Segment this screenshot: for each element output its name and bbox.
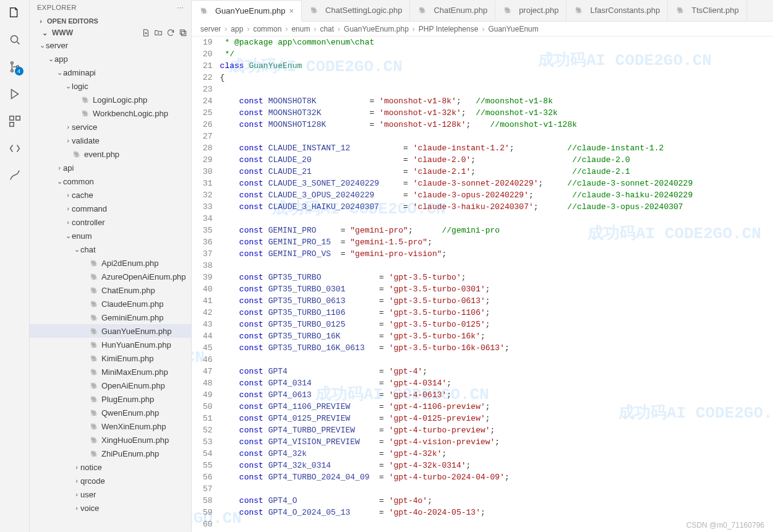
folder-command[interactable]: ›command xyxy=(30,202,191,215)
chevron-right-icon: › xyxy=(314,25,316,33)
tab-project-php[interactable]: 🐘project.php xyxy=(495,0,566,21)
files-icon[interactable] xyxy=(7,5,22,20)
svg-rect-8 xyxy=(182,32,186,36)
svg-point-1 xyxy=(11,62,13,64)
new-file-icon[interactable] xyxy=(142,28,150,37)
php-file-icon: 🐘 xyxy=(89,326,99,336)
breadcrumb-item[interactable]: GuanYueEnum.php xyxy=(344,25,409,33)
tab-guanyueenum-php[interactable]: 🐘GuanYueEnum.php× xyxy=(192,0,302,22)
php-file-icon: 🐘 xyxy=(89,299,99,309)
file-login_logic[interactable]: 🐘LoginLogic.php xyxy=(30,93,191,106)
folder-api[interactable]: ›api xyxy=(30,161,191,174)
tab-lfasrconstants-php[interactable]: 🐘LfasrConstants.php xyxy=(566,0,668,21)
activity-extra-icon-2[interactable] xyxy=(7,168,22,183)
php-file-icon: 🐘 xyxy=(89,353,99,363)
chevron-right-icon: › xyxy=(412,25,415,33)
breadcrumb-item[interactable]: GuanYueEnum xyxy=(488,25,538,33)
tab-chatsettinglogic-php[interactable]: 🐘ChatSettingLogic.php xyxy=(302,0,410,21)
file-claude[interactable]: 🐘ClaudeEnum.php xyxy=(30,297,191,311)
file-qwen[interactable]: 🐘QwenEnum.php xyxy=(30,406,191,419)
folder-common[interactable]: ⌄common xyxy=(30,174,191,188)
php-file-icon: 🐘 xyxy=(89,258,99,268)
breadcrumbs[interactable]: server›app›common›enum›chat›GuanYueEnum.… xyxy=(192,22,773,36)
breadcrumb-item[interactable]: common xyxy=(253,25,281,33)
line-gutter: 1920212223242526272829303132333435363738… xyxy=(192,36,220,532)
chevron-right-icon: › xyxy=(285,25,288,33)
php-file-icon: 🐘 xyxy=(89,380,99,390)
breadcrumb-item[interactable]: server xyxy=(200,25,221,33)
file-minimax[interactable]: 🐘MiniMaxEnum.php xyxy=(30,365,191,379)
php-file-icon: 🐘 xyxy=(417,6,427,15)
folder-voice[interactable]: ›voice xyxy=(30,501,191,515)
breadcrumb-item[interactable]: app xyxy=(231,25,243,33)
svg-rect-6 xyxy=(9,122,13,126)
php-file-icon: 🐘 xyxy=(72,149,82,159)
file-azure[interactable]: 🐘AzureOpenAiEnum.php xyxy=(30,270,191,283)
folder-chat[interactable]: ⌄chat xyxy=(30,242,191,256)
file-hunyuan[interactable]: 🐘HunYuanEnum.php xyxy=(30,338,191,351)
folder-logic[interactable]: ⌄logic xyxy=(30,79,191,93)
extensions-icon[interactable] xyxy=(7,114,22,129)
file-gemini[interactable]: 🐘GeminiEnum.php xyxy=(30,311,191,324)
code-content[interactable]: * @package app\common\enum\chat */class … xyxy=(220,36,773,532)
explorer-sidebar: EXPLORER ··· ›OPEN EDITORS ⌄WWW xyxy=(30,0,192,532)
folder-cache[interactable]: ›cache xyxy=(30,188,191,202)
folder-enum[interactable]: ⌄enum xyxy=(30,229,191,242)
php-file-icon: 🐘 xyxy=(89,272,99,281)
folder-adminapi[interactable]: ⌄adminapi xyxy=(30,66,191,79)
more-icon[interactable]: ··· xyxy=(177,4,184,11)
source-control-icon[interactable]: 4 xyxy=(7,59,22,74)
file-xinghuo[interactable]: 🐘XingHuoEnum.php xyxy=(30,433,191,447)
new-folder-icon[interactable] xyxy=(154,28,163,37)
refresh-icon[interactable] xyxy=(166,28,175,37)
file-chatenum[interactable]: 🐘ChatEnum.php xyxy=(30,283,191,297)
search-icon[interactable] xyxy=(7,32,22,47)
php-file-icon: 🐘 xyxy=(503,6,513,15)
folder-service[interactable]: ›service xyxy=(30,120,191,134)
tab-chatenum-php[interactable]: 🐘ChatEnum.php xyxy=(410,0,495,21)
php-file-icon: 🐘 xyxy=(574,6,584,15)
file-workbench_logic[interactable]: 🐘WorkbenchLogic.php xyxy=(30,106,191,120)
folder-qrcode[interactable]: ›qrcode xyxy=(30,474,191,487)
file-api2d[interactable]: 🐘Api2dEnum.php xyxy=(30,256,191,270)
breadcrumb-item[interactable]: PHP Intelephense xyxy=(419,25,479,33)
breadcrumb-item[interactable]: chat xyxy=(320,25,334,33)
folder-controller[interactable]: ›controller xyxy=(30,215,191,229)
activity-extra-icon-1[interactable] xyxy=(7,141,22,156)
php-file-icon: 🐘 xyxy=(199,6,209,16)
file-wenxin[interactable]: 🐘WenXinEnum.php xyxy=(30,419,191,433)
php-file-icon: 🐘 xyxy=(80,95,90,105)
file-openai[interactable]: 🐘OpenAiEnum.php xyxy=(30,379,191,392)
php-file-icon: 🐘 xyxy=(89,408,99,418)
run-icon[interactable] xyxy=(7,87,22,101)
file-kimi[interactable]: 🐘KimiEnum.php xyxy=(30,351,191,365)
breadcrumb-item[interactable]: enum xyxy=(291,25,310,33)
code-editor[interactable]: 1920212223242526272829303132333435363738… xyxy=(192,36,773,532)
php-file-icon: 🐘 xyxy=(675,6,685,15)
svg-point-0 xyxy=(11,36,17,43)
folder-app[interactable]: ⌄app xyxy=(30,52,191,66)
php-file-icon: 🐘 xyxy=(89,435,99,445)
svg-rect-7 xyxy=(180,30,184,34)
chevron-right-icon: › xyxy=(482,25,484,33)
open-editors-section[interactable]: ›OPEN EDITORS xyxy=(30,15,191,27)
folder-notice[interactable]: ›notice xyxy=(30,460,191,474)
chevron-right-icon: › xyxy=(247,25,249,33)
folder-validate[interactable]: ›validate xyxy=(30,134,191,147)
workspace-root[interactable]: ⌄WWW xyxy=(30,27,191,38)
svg-point-2 xyxy=(11,70,13,72)
tab-ttsclient-php[interactable]: 🐘TtsClient.php xyxy=(668,0,747,21)
folder-server[interactable]: ⌄server xyxy=(30,38,191,52)
chevron-right-icon: › xyxy=(338,25,340,33)
file-zhipu[interactable]: 🐘ZhiPuEnum.php xyxy=(30,447,191,460)
file-event_php[interactable]: 🐘event.php xyxy=(30,147,191,161)
file-guanyue[interactable]: 🐘GuanYueEnum.php xyxy=(30,324,191,338)
app-root: 4 EXPLORER ··· ›OPEN EDITORS ⌄WWW xyxy=(0,0,773,532)
php-file-icon: 🐘 xyxy=(309,6,319,15)
scm-badge: 4 xyxy=(15,67,23,75)
file-plug[interactable]: 🐘PlugEnum.php xyxy=(30,392,191,406)
file-tree: ⌄server⌄app⌄adminapi⌄logic🐘LoginLogic.ph… xyxy=(30,38,191,532)
folder-user[interactable]: ›user xyxy=(30,487,191,501)
collapse-all-icon[interactable] xyxy=(179,28,187,37)
close-icon[interactable]: × xyxy=(289,6,294,15)
